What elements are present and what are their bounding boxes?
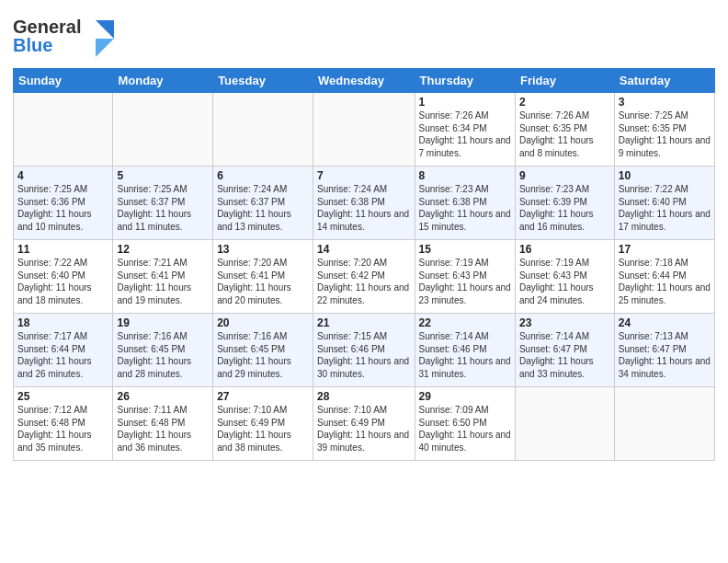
calendar-cell: 11Sunrise: 7:22 AMSunset: 6:40 PMDayligh… — [14, 240, 113, 314]
calendar-cell: 12Sunrise: 7:21 AMSunset: 6:41 PMDayligh… — [113, 240, 213, 314]
calendar-week-2: 4Sunrise: 7:25 AMSunset: 6:36 PMDaylight… — [14, 167, 715, 240]
day-info: Sunrise: 7:09 AMSunset: 6:50 PMDaylight:… — [419, 404, 511, 454]
day-info: Sunrise: 7:10 AMSunset: 6:49 PMDaylight:… — [217, 404, 309, 454]
calendar-cell: 29Sunrise: 7:09 AMSunset: 6:50 PMDayligh… — [415, 387, 515, 461]
calendar-cell — [213, 93, 313, 167]
calendar-cell: 1Sunrise: 7:26 AMSunset: 6:34 PMDaylight… — [415, 93, 515, 167]
day-info: Sunrise: 7:25 AMSunset: 6:35 PMDaylight:… — [619, 109, 711, 159]
calendar-cell: 19Sunrise: 7:16 AMSunset: 6:45 PMDayligh… — [113, 314, 213, 387]
day-info: Sunrise: 7:19 AMSunset: 6:43 PMDaylight:… — [519, 257, 610, 306]
calendar-header-friday: Friday — [515, 69, 614, 93]
day-info: Sunrise: 7:12 AMSunset: 6:48 PMDaylight:… — [17, 404, 108, 454]
day-number: 6 — [217, 169, 309, 182]
day-info: Sunrise: 7:24 AMSunset: 6:38 PMDaylight:… — [317, 183, 411, 233]
calendar-cell: 8Sunrise: 7:23 AMSunset: 6:38 PMDaylight… — [415, 167, 515, 240]
calendar-header-sunday: Sunday — [14, 69, 113, 93]
calendar-header-thursday: Thursday — [415, 69, 515, 93]
day-number: 18 — [17, 316, 108, 329]
day-number: 7 — [317, 169, 411, 182]
calendar-cell: 9Sunrise: 7:23 AMSunset: 6:39 PMDaylight… — [515, 167, 614, 240]
day-number: 20 — [217, 316, 309, 329]
calendar-cell: 13Sunrise: 7:20 AMSunset: 6:41 PMDayligh… — [213, 240, 313, 314]
day-number: 5 — [117, 169, 209, 182]
day-number: 8 — [419, 169, 511, 182]
calendar-week-3: 11Sunrise: 7:22 AMSunset: 6:40 PMDayligh… — [14, 240, 715, 314]
page-container: General Blue SundayMondayTuesdayWednesda… — [0, 0, 728, 470]
day-info: Sunrise: 7:20 AMSunset: 6:41 PMDaylight:… — [217, 257, 309, 306]
calendar-cell: 4Sunrise: 7:25 AMSunset: 6:36 PMDaylight… — [14, 167, 113, 240]
day-info: Sunrise: 7:16 AMSunset: 6:45 PMDaylight:… — [217, 330, 309, 380]
day-info: Sunrise: 7:10 AMSunset: 6:49 PMDaylight:… — [317, 404, 411, 454]
calendar-header-row: SundayMondayTuesdayWednesdayThursdayFrid… — [14, 69, 715, 93]
day-number: 1 — [419, 96, 511, 109]
day-info: Sunrise: 7:18 AMSunset: 6:44 PMDaylight:… — [619, 257, 711, 306]
day-number: 25 — [17, 390, 108, 403]
calendar-cell: 5Sunrise: 7:25 AMSunset: 6:37 PMDaylight… — [113, 167, 213, 240]
calendar-table: SundayMondayTuesdayWednesdayThursdayFrid… — [13, 68, 715, 461]
header: General Blue — [13, 9, 715, 61]
calendar-cell — [14, 93, 113, 167]
day-number: 26 — [117, 390, 209, 403]
day-info: Sunrise: 7:20 AMSunset: 6:42 PMDaylight:… — [317, 257, 411, 306]
svg-marker-2 — [96, 20, 114, 39]
day-number: 16 — [519, 243, 610, 256]
logo: General Blue — [13, 13, 114, 61]
calendar-cell: 7Sunrise: 7:24 AMSunset: 6:38 PMDaylight… — [313, 167, 415, 240]
day-info: Sunrise: 7:14 AMSunset: 6:47 PMDaylight:… — [519, 330, 610, 380]
svg-text:General: General — [13, 17, 81, 37]
day-info: Sunrise: 7:23 AMSunset: 6:39 PMDaylight:… — [519, 183, 610, 233]
calendar-cell: 15Sunrise: 7:19 AMSunset: 6:43 PMDayligh… — [415, 240, 515, 314]
day-info: Sunrise: 7:17 AMSunset: 6:44 PMDaylight:… — [17, 330, 108, 380]
day-info: Sunrise: 7:11 AMSunset: 6:48 PMDaylight:… — [117, 404, 209, 454]
day-info: Sunrise: 7:15 AMSunset: 6:46 PMDaylight:… — [317, 330, 411, 380]
day-number: 21 — [317, 316, 411, 329]
calendar-cell: 21Sunrise: 7:15 AMSunset: 6:46 PMDayligh… — [313, 314, 415, 387]
day-number: 12 — [117, 243, 209, 256]
calendar-header-tuesday: Tuesday — [213, 69, 313, 93]
calendar-cell: 23Sunrise: 7:14 AMSunset: 6:47 PMDayligh… — [515, 314, 614, 387]
day-info: Sunrise: 7:25 AMSunset: 6:37 PMDaylight:… — [117, 183, 209, 233]
calendar-header-saturday: Saturday — [614, 69, 714, 93]
svg-text:Blue: Blue — [13, 35, 52, 55]
day-number: 14 — [317, 243, 411, 256]
day-info: Sunrise: 7:23 AMSunset: 6:38 PMDaylight:… — [419, 183, 511, 233]
calendar-cell: 25Sunrise: 7:12 AMSunset: 6:48 PMDayligh… — [14, 387, 113, 461]
day-number: 28 — [317, 390, 411, 403]
calendar-cell: 22Sunrise: 7:14 AMSunset: 6:46 PMDayligh… — [415, 314, 515, 387]
calendar-cell: 10Sunrise: 7:22 AMSunset: 6:40 PMDayligh… — [614, 167, 714, 240]
day-number: 15 — [419, 243, 511, 256]
day-number: 23 — [519, 316, 610, 329]
day-number: 9 — [519, 169, 610, 182]
calendar-cell: 16Sunrise: 7:19 AMSunset: 6:43 PMDayligh… — [515, 240, 614, 314]
day-info: Sunrise: 7:14 AMSunset: 6:46 PMDaylight:… — [419, 330, 511, 380]
day-info: Sunrise: 7:24 AMSunset: 6:37 PMDaylight:… — [217, 183, 309, 233]
day-info: Sunrise: 7:25 AMSunset: 6:36 PMDaylight:… — [17, 183, 108, 233]
calendar-cell: 26Sunrise: 7:11 AMSunset: 6:48 PMDayligh… — [113, 387, 213, 461]
calendar-cell: 3Sunrise: 7:25 AMSunset: 6:35 PMDaylight… — [614, 93, 714, 167]
calendar-cell: 6Sunrise: 7:24 AMSunset: 6:37 PMDaylight… — [213, 167, 313, 240]
calendar-cell: 24Sunrise: 7:13 AMSunset: 6:47 PMDayligh… — [614, 314, 714, 387]
calendar-week-5: 25Sunrise: 7:12 AMSunset: 6:48 PMDayligh… — [14, 387, 715, 461]
day-number: 22 — [419, 316, 511, 329]
day-number: 17 — [619, 243, 711, 256]
day-info: Sunrise: 7:22 AMSunset: 6:40 PMDaylight:… — [619, 183, 711, 233]
day-info: Sunrise: 7:19 AMSunset: 6:43 PMDaylight:… — [419, 257, 511, 306]
calendar-week-1: 1Sunrise: 7:26 AMSunset: 6:34 PMDaylight… — [14, 93, 715, 167]
calendar-cell: 27Sunrise: 7:10 AMSunset: 6:49 PMDayligh… — [213, 387, 313, 461]
day-number: 13 — [217, 243, 309, 256]
day-info: Sunrise: 7:21 AMSunset: 6:41 PMDaylight:… — [117, 257, 209, 306]
day-info: Sunrise: 7:13 AMSunset: 6:47 PMDaylight:… — [619, 330, 711, 380]
calendar-cell: 28Sunrise: 7:10 AMSunset: 6:49 PMDayligh… — [313, 387, 415, 461]
day-info: Sunrise: 7:22 AMSunset: 6:40 PMDaylight:… — [17, 257, 108, 306]
calendar-cell: 20Sunrise: 7:16 AMSunset: 6:45 PMDayligh… — [213, 314, 313, 387]
calendar-week-4: 18Sunrise: 7:17 AMSunset: 6:44 PMDayligh… — [14, 314, 715, 387]
day-info: Sunrise: 7:26 AMSunset: 6:34 PMDaylight:… — [419, 109, 511, 159]
calendar-cell — [614, 387, 714, 461]
day-number: 2 — [519, 96, 610, 109]
calendar-header-wednesday: Wednesday — [313, 69, 415, 93]
day-number: 29 — [419, 390, 511, 403]
day-number: 27 — [217, 390, 309, 403]
day-number: 4 — [17, 169, 108, 182]
day-number: 11 — [17, 243, 108, 256]
calendar-cell — [113, 93, 213, 167]
